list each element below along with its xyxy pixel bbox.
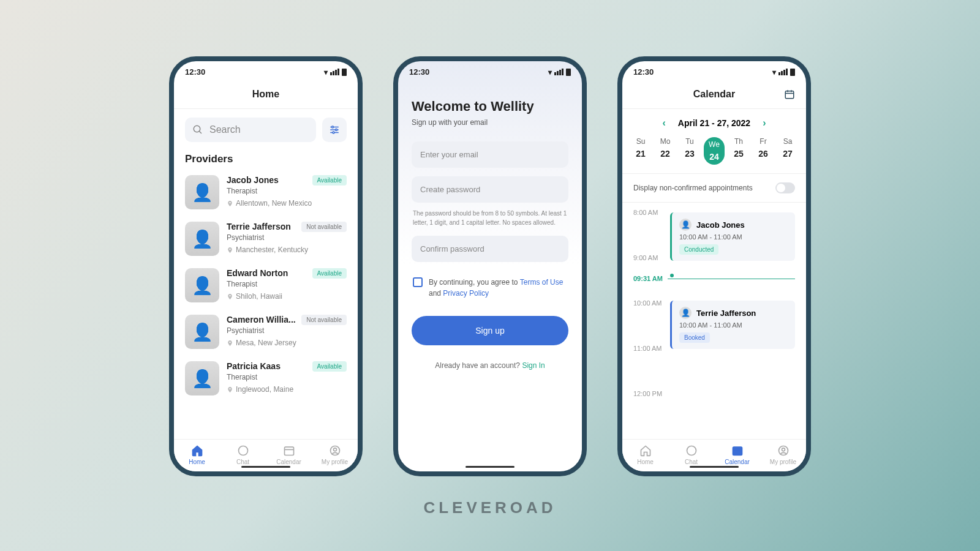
day-27[interactable]: Sa27 bbox=[777, 137, 798, 165]
status-icons: ▾ bbox=[548, 68, 571, 77]
filter-button[interactable] bbox=[322, 118, 347, 142]
wifi-icon: ▾ bbox=[548, 68, 552, 77]
provider-name: Jacob Jones bbox=[227, 175, 312, 185]
home-indicator bbox=[241, 466, 290, 468]
signup-button[interactable]: Sign up bbox=[412, 316, 568, 345]
privacy-link[interactable]: Privacy Policy bbox=[443, 289, 489, 298]
appt-avatar: 👤 bbox=[679, 307, 692, 319]
confirm-password-input[interactable]: Confirm password bbox=[412, 236, 568, 262]
day-21[interactable]: Su21 bbox=[630, 137, 651, 165]
day-24[interactable]: We24 bbox=[704, 137, 725, 165]
provider-avatar: 👤 bbox=[185, 361, 219, 395]
svg-point-5 bbox=[332, 126, 334, 128]
pin-icon bbox=[227, 200, 233, 207]
wifi-icon: ▾ bbox=[772, 68, 776, 77]
day-25[interactable]: Th25 bbox=[728, 137, 749, 165]
provider-role: Therapist bbox=[227, 187, 347, 195]
provider-item[interactable]: 👤 Cameron Willia... Psychiatrist Mesa, N… bbox=[185, 309, 347, 355]
tab-chat[interactable]: Chat bbox=[668, 444, 714, 465]
tab-label: Chat bbox=[685, 459, 698, 465]
appointment-card[interactable]: 👤Jacob Jones 10:00 AM - 11:00 AM Conduct… bbox=[670, 212, 795, 261]
tab-home[interactable]: Home bbox=[174, 444, 220, 465]
already-text: Already have an account? Sign In bbox=[412, 361, 568, 370]
provider-item[interactable]: 👤 Patricia Kaas Therapist Inglewood, Mai… bbox=[185, 355, 347, 402]
battery-icon bbox=[566, 69, 571, 76]
tab-my-profile[interactable]: My profile bbox=[312, 444, 358, 465]
status-badge: Not available bbox=[301, 222, 347, 232]
signal-icon bbox=[330, 69, 339, 75]
time-label: 8:00 AM bbox=[633, 209, 658, 216]
battery-icon bbox=[790, 69, 795, 76]
signal-icon bbox=[778, 69, 788, 75]
calendar-icon[interactable] bbox=[784, 89, 795, 100]
tab-home[interactable]: Home bbox=[622, 444, 668, 465]
home-indicator bbox=[690, 466, 739, 468]
timeline: 09:31 AM 8:00 AM9:00 AM10:00 AM11:00 AM1… bbox=[622, 203, 806, 439]
svg-rect-18 bbox=[785, 91, 794, 99]
next-week-button[interactable]: › bbox=[763, 118, 766, 129]
appt-status-badge: Conducted bbox=[679, 244, 718, 255]
tab-my-profile[interactable]: My profile bbox=[760, 444, 806, 465]
signal-icon bbox=[554, 69, 564, 75]
pin-icon bbox=[227, 340, 233, 347]
signin-link[interactable]: Sign In bbox=[522, 361, 545, 370]
tab-label: Calendar bbox=[725, 459, 750, 465]
my profile-icon bbox=[777, 444, 790, 457]
terms-link[interactable]: Terms of Use bbox=[520, 278, 564, 287]
tab-label: Home bbox=[637, 459, 654, 465]
status-badge: Available bbox=[312, 361, 347, 372]
provider-avatar: 👤 bbox=[185, 175, 219, 209]
email-input[interactable]: Enter your email bbox=[412, 141, 568, 168]
home-indicator bbox=[466, 466, 514, 468]
provider-role: Therapist bbox=[227, 373, 347, 381]
svg-point-17 bbox=[333, 448, 336, 451]
pin-icon bbox=[227, 293, 233, 300]
appointment-card[interactable]: 👤Terrie Jafferson 10:00 AM - 11:00 AM Bo… bbox=[670, 301, 795, 349]
page-title: Calendar bbox=[622, 80, 806, 109]
day-22[interactable]: Mo22 bbox=[655, 137, 676, 165]
day-26[interactable]: Fr26 bbox=[753, 137, 774, 165]
svg-line-1 bbox=[199, 131, 202, 133]
tab-chat[interactable]: Chat bbox=[220, 444, 266, 465]
providers-list: 👤 Jacob Jones Therapist Allentown, New M… bbox=[174, 169, 358, 439]
nonconfirmed-toggle[interactable] bbox=[775, 182, 795, 193]
tab-calendar[interactable]: Calendar bbox=[714, 444, 760, 465]
prev-week-button[interactable]: ‹ bbox=[663, 118, 666, 129]
calendar-icon bbox=[731, 444, 744, 457]
provider-location: Allentown, New Mexico bbox=[227, 199, 347, 208]
password-hint: The password should be from 8 to 50 symb… bbox=[413, 209, 567, 227]
phone-calendar: 12:30 ▾ Calendar ‹ April 21 - 27, 2022 ›… bbox=[617, 56, 811, 476]
svg-point-9 bbox=[229, 248, 230, 249]
provider-item[interactable]: 👤 Edward Norton Therapist Shiloh, Hawaii… bbox=[185, 262, 347, 309]
status-time: 12:30 bbox=[409, 67, 429, 77]
week-days: Su21Mo22Tu23We24Th25Fr26Sa27 bbox=[622, 135, 806, 174]
svg-point-8 bbox=[229, 201, 230, 203]
provider-item[interactable]: 👤 Jacob Jones Therapist Allentown, New M… bbox=[185, 169, 347, 216]
status-icons: ▾ bbox=[772, 68, 795, 77]
password-input[interactable]: Create password bbox=[412, 176, 568, 203]
svg-point-7 bbox=[333, 132, 334, 133]
day-23[interactable]: Tu23 bbox=[679, 137, 700, 165]
tab-label: My profile bbox=[770, 459, 796, 465]
search-input[interactable]: Search bbox=[185, 118, 316, 142]
page-title: Home bbox=[174, 80, 358, 109]
agree-checkbox[interactable] bbox=[413, 277, 423, 287]
status-time: 12:30 bbox=[185, 67, 205, 77]
svg-rect-23 bbox=[733, 447, 742, 455]
provider-name: Terrie Jafferson bbox=[227, 222, 312, 231]
pin-icon bbox=[227, 247, 233, 253]
battery-icon bbox=[342, 69, 347, 76]
appt-time: 10:00 AM - 11:00 AM bbox=[679, 233, 788, 241]
provider-name: Cameron Willia... bbox=[227, 315, 312, 324]
tab-calendar[interactable]: Calendar bbox=[266, 444, 312, 465]
status-icons: ▾ bbox=[324, 68, 347, 77]
welcome-title: Welcome to Wellity bbox=[412, 99, 568, 114]
svg-point-0 bbox=[194, 126, 200, 132]
provider-item[interactable]: 👤 Terrie Jafferson Psychiatrist Manchest… bbox=[185, 216, 347, 262]
toggle-label: Display non-confirmed appointments bbox=[633, 184, 753, 192]
time-label: 10:00 AM bbox=[633, 299, 662, 307]
svg-point-12 bbox=[229, 388, 230, 389]
svg-point-6 bbox=[336, 129, 337, 131]
home-icon bbox=[639, 444, 652, 457]
provider-avatar: 👤 bbox=[185, 268, 219, 302]
